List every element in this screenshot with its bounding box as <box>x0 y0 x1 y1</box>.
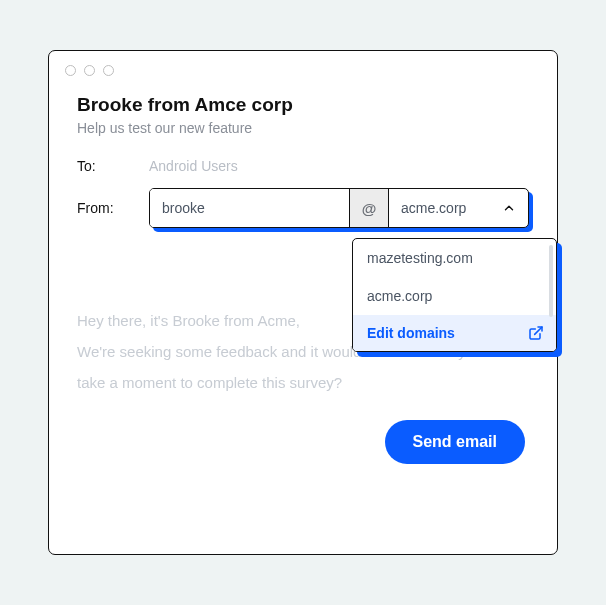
from-label: From: <box>77 200 149 216</box>
domain-option[interactable]: mazetesting.com <box>353 239 556 277</box>
edit-domains-button[interactable]: Edit domains <box>353 315 556 351</box>
chevron-up-icon <box>502 201 516 215</box>
compose-content: Brooke from Amce corp Help us test our n… <box>49 76 557 464</box>
window-close-icon[interactable] <box>65 65 76 76</box>
compose-window: Brooke from Amce corp Help us test our n… <box>48 50 558 555</box>
from-input-group: @ acme.corp mazetesting.com acme.corp <box>149 188 529 228</box>
from-input-box: @ acme.corp <box>149 188 529 228</box>
to-input[interactable]: Android Users <box>149 158 238 174</box>
window-traffic-lights <box>49 51 557 76</box>
edit-domains-label: Edit domains <box>367 325 455 341</box>
domain-option[interactable]: acme.corp <box>353 277 556 315</box>
email-subheading: Help us test our new feature <box>77 120 529 136</box>
to-label: To: <box>77 158 149 174</box>
from-local-input[interactable] <box>150 189 349 227</box>
at-separator: @ <box>349 189 389 227</box>
email-subject: Brooke from Amce corp <box>77 94 529 116</box>
from-domain-select[interactable]: acme.corp <box>389 189 528 227</box>
to-row: To: Android Users <box>77 158 529 174</box>
domain-dropdown: mazetesting.com acme.corp Edit domains <box>352 238 557 352</box>
dropdown-scrollbar[interactable] <box>549 245 553 317</box>
from-domain-value: acme.corp <box>401 200 466 216</box>
domain-dropdown-panel: mazetesting.com acme.corp Edit domains <box>352 238 557 352</box>
actions-row: Send email <box>77 420 529 464</box>
send-email-button[interactable]: Send email <box>385 420 525 464</box>
from-row: From: @ acme.corp <box>77 188 529 228</box>
svg-line-0 <box>535 327 542 334</box>
window-zoom-icon[interactable] <box>103 65 114 76</box>
window-minimize-icon[interactable] <box>84 65 95 76</box>
external-link-icon <box>528 325 544 341</box>
